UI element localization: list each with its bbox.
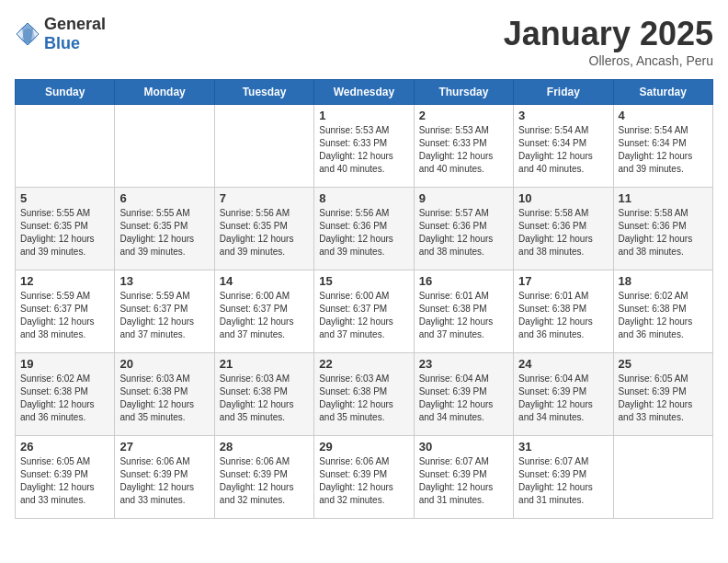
day-info: Sunrise: 6:01 AM Sunset: 6:38 PM Dayligh… <box>419 290 508 341</box>
day-number: 31 <box>518 440 608 454</box>
day-number: 15 <box>319 274 408 288</box>
day-info: Sunrise: 6:06 AM Sunset: 6:39 PM Dayligh… <box>220 455 309 507</box>
table-row: 19Sunrise: 6:02 AM Sunset: 6:38 PM Dayli… <box>16 353 115 436</box>
calendar-title: January 2025 <box>504 15 713 53</box>
day-number: 17 <box>518 274 608 288</box>
table-row: 26Sunrise: 6:05 AM Sunset: 6:39 PM Dayli… <box>16 436 115 519</box>
table-row: 27Sunrise: 6:06 AM Sunset: 6:39 PM Dayli… <box>115 436 214 519</box>
table-row: 14Sunrise: 6:00 AM Sunset: 6:37 PM Dayli… <box>214 270 313 353</box>
table-row: 22Sunrise: 6:03 AM Sunset: 6:38 PM Dayli… <box>314 353 414 436</box>
table-row: 4Sunrise: 5:54 AM Sunset: 6:34 PM Daylig… <box>613 105 712 188</box>
day-number: 8 <box>319 191 408 205</box>
day-info: Sunrise: 5:53 AM Sunset: 6:33 PM Dayligh… <box>319 124 408 176</box>
table-row <box>115 105 214 188</box>
day-info: Sunrise: 5:53 AM Sunset: 6:33 PM Dayligh… <box>419 124 508 176</box>
day-number: 22 <box>319 357 408 371</box>
table-row: 12Sunrise: 5:59 AM Sunset: 6:37 PM Dayli… <box>16 270 115 353</box>
col-saturday: Saturday <box>613 80 712 105</box>
day-number: 3 <box>518 109 608 122</box>
logo: General Blue <box>15 15 106 53</box>
calendar-header-row: Sunday Monday Tuesday Wednesday Thursday… <box>16 80 713 105</box>
day-number: 30 <box>419 440 508 454</box>
day-info: Sunrise: 5:58 AM Sunset: 6:36 PM Dayligh… <box>619 207 708 259</box>
calendar-week-row: 26Sunrise: 6:05 AM Sunset: 6:39 PM Dayli… <box>16 436 713 519</box>
calendar-week-row: 5Sunrise: 5:55 AM Sunset: 6:35 PM Daylig… <box>16 188 713 270</box>
col-tuesday: Tuesday <box>214 80 313 105</box>
table-row <box>16 105 115 188</box>
table-row: 5Sunrise: 5:55 AM Sunset: 6:35 PM Daylig… <box>16 188 115 270</box>
day-number: 25 <box>619 357 708 371</box>
calendar-subtitle: Olleros, Ancash, Peru <box>504 53 713 68</box>
table-row: 9Sunrise: 5:57 AM Sunset: 6:36 PM Daylig… <box>414 188 513 270</box>
day-info: Sunrise: 5:54 AM Sunset: 6:34 PM Dayligh… <box>518 124 608 176</box>
day-number: 12 <box>20 274 109 288</box>
day-info: Sunrise: 6:03 AM Sunset: 6:38 PM Dayligh… <box>119 373 209 424</box>
day-info: Sunrise: 6:05 AM Sunset: 6:39 PM Dayligh… <box>619 373 708 424</box>
day-number: 1 <box>319 109 408 122</box>
day-info: Sunrise: 5:58 AM Sunset: 6:36 PM Dayligh… <box>518 207 608 259</box>
day-number: 26 <box>20 440 109 454</box>
day-info: Sunrise: 6:07 AM Sunset: 6:39 PM Dayligh… <box>419 455 508 507</box>
day-number: 16 <box>419 274 508 288</box>
table-row: 18Sunrise: 6:02 AM Sunset: 6:38 PM Dayli… <box>613 270 712 353</box>
day-number: 21 <box>220 357 309 371</box>
day-info: Sunrise: 6:06 AM Sunset: 6:39 PM Dayligh… <box>319 455 408 507</box>
col-friday: Friday <box>514 80 613 105</box>
day-info: Sunrise: 6:01 AM Sunset: 6:38 PM Dayligh… <box>518 290 608 341</box>
table-row <box>613 436 712 519</box>
table-row: 11Sunrise: 5:58 AM Sunset: 6:36 PM Dayli… <box>613 188 712 270</box>
day-info: Sunrise: 5:55 AM Sunset: 6:35 PM Dayligh… <box>20 207 109 259</box>
table-row <box>214 105 313 188</box>
calendar-week-row: 19Sunrise: 6:02 AM Sunset: 6:38 PM Dayli… <box>16 353 713 436</box>
day-info: Sunrise: 6:06 AM Sunset: 6:39 PM Dayligh… <box>119 455 209 507</box>
table-row: 7Sunrise: 5:56 AM Sunset: 6:35 PM Daylig… <box>214 188 313 270</box>
day-info: Sunrise: 6:05 AM Sunset: 6:39 PM Dayligh… <box>20 455 109 507</box>
col-wednesday: Wednesday <box>314 80 414 105</box>
page-header: General Blue January 2025 Olleros, Ancas… <box>15 15 713 68</box>
day-number: 13 <box>119 274 209 288</box>
table-row: 1Sunrise: 5:53 AM Sunset: 6:33 PM Daylig… <box>314 105 414 188</box>
day-number: 24 <box>518 357 608 371</box>
day-info: Sunrise: 5:57 AM Sunset: 6:36 PM Dayligh… <box>419 207 508 259</box>
table-row: 25Sunrise: 6:05 AM Sunset: 6:39 PM Dayli… <box>613 353 712 436</box>
day-number: 19 <box>20 357 109 371</box>
day-info: Sunrise: 6:03 AM Sunset: 6:38 PM Dayligh… <box>319 373 408 424</box>
day-info: Sunrise: 5:59 AM Sunset: 6:37 PM Dayligh… <box>20 290 109 341</box>
day-number: 14 <box>220 274 309 288</box>
calendar-week-row: 12Sunrise: 5:59 AM Sunset: 6:37 PM Dayli… <box>16 270 713 353</box>
day-number: 10 <box>518 191 608 205</box>
day-info: Sunrise: 6:00 AM Sunset: 6:37 PM Dayligh… <box>319 290 408 341</box>
day-info: Sunrise: 6:04 AM Sunset: 6:39 PM Dayligh… <box>518 373 608 424</box>
day-number: 28 <box>220 440 309 454</box>
logo-blue: Blue <box>44 34 80 52</box>
day-info: Sunrise: 6:03 AM Sunset: 6:38 PM Dayligh… <box>220 373 309 424</box>
col-thursday: Thursday <box>414 80 513 105</box>
table-row: 17Sunrise: 6:01 AM Sunset: 6:38 PM Dayli… <box>514 270 613 353</box>
table-row: 29Sunrise: 6:06 AM Sunset: 6:39 PM Dayli… <box>314 436 414 519</box>
day-number: 18 <box>619 274 708 288</box>
calendar-week-row: 1Sunrise: 5:53 AM Sunset: 6:33 PM Daylig… <box>16 105 713 188</box>
table-row: 21Sunrise: 6:03 AM Sunset: 6:38 PM Dayli… <box>214 353 313 436</box>
day-info: Sunrise: 5:56 AM Sunset: 6:35 PM Dayligh… <box>220 207 309 259</box>
day-number: 20 <box>119 357 209 371</box>
logo-icon <box>15 21 40 47</box>
table-row: 2Sunrise: 5:53 AM Sunset: 6:33 PM Daylig… <box>414 105 513 188</box>
table-row: 8Sunrise: 5:56 AM Sunset: 6:36 PM Daylig… <box>314 188 414 270</box>
calendar-table: Sunday Monday Tuesday Wednesday Thursday… <box>15 79 713 519</box>
day-info: Sunrise: 6:07 AM Sunset: 6:39 PM Dayligh… <box>518 455 608 507</box>
day-info: Sunrise: 5:56 AM Sunset: 6:36 PM Dayligh… <box>319 207 408 259</box>
day-number: 4 <box>619 109 708 122</box>
table-row: 10Sunrise: 5:58 AM Sunset: 6:36 PM Dayli… <box>514 188 613 270</box>
day-info: Sunrise: 6:02 AM Sunset: 6:38 PM Dayligh… <box>619 290 708 341</box>
day-number: 11 <box>619 191 708 205</box>
table-row: 3Sunrise: 5:54 AM Sunset: 6:34 PM Daylig… <box>514 105 613 188</box>
table-row: 24Sunrise: 6:04 AM Sunset: 6:39 PM Dayli… <box>514 353 613 436</box>
table-row: 28Sunrise: 6:06 AM Sunset: 6:39 PM Dayli… <box>214 436 313 519</box>
day-info: Sunrise: 6:04 AM Sunset: 6:39 PM Dayligh… <box>419 373 508 424</box>
table-row: 23Sunrise: 6:04 AM Sunset: 6:39 PM Dayli… <box>414 353 513 436</box>
day-number: 9 <box>419 191 508 205</box>
table-row: 16Sunrise: 6:01 AM Sunset: 6:38 PM Dayli… <box>414 270 513 353</box>
table-row: 30Sunrise: 6:07 AM Sunset: 6:39 PM Dayli… <box>414 436 513 519</box>
day-info: Sunrise: 6:00 AM Sunset: 6:37 PM Dayligh… <box>220 290 309 341</box>
title-area: January 2025 Olleros, Ancash, Peru <box>504 15 713 68</box>
